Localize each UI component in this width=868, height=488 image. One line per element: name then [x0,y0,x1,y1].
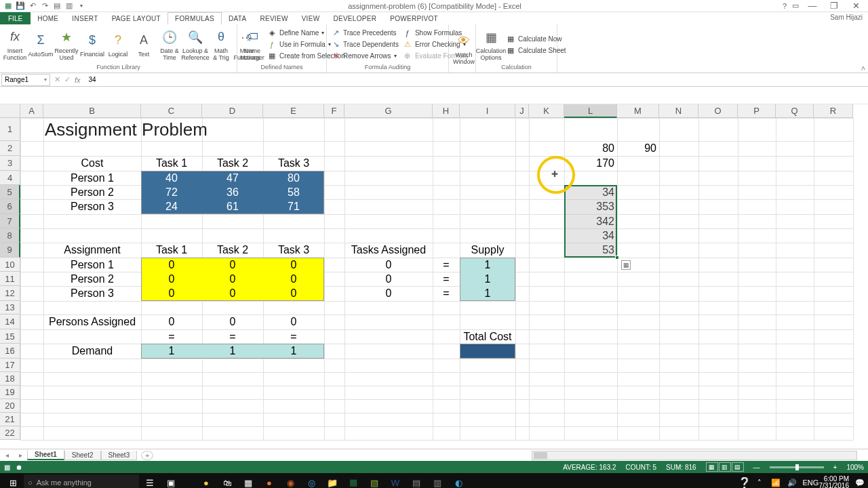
cell-L2[interactable]: 80 [564,141,617,156]
tasks-assigned-1[interactable]: 0 [344,258,433,272]
tray-volume-icon[interactable]: 🔊 [787,479,797,487]
logical-button[interactable]: ?Logical [106,30,130,60]
taskbar-explorer[interactable]: 📁 [322,474,342,488]
tab-formulas[interactable]: FORMULAS [167,12,222,24]
tab-home[interactable]: HOME [31,12,65,24]
row-header-11[interactable]: 11 [0,272,20,286]
worksheet-grid[interactable]: ABCDEFGHIJKLMNOPQR1234567891011121314151… [0,104,868,449]
cost-2-2[interactable]: 36 [202,185,263,199]
assign-task-h3[interactable]: Task 3 [263,243,324,258]
financial-button[interactable]: $Financial [80,30,104,60]
tasks-assigned-3[interactable]: 0 [344,286,433,301]
zoom-slider[interactable] [770,466,824,468]
persons-assigned-label[interactable]: Persons Assigned [43,314,141,329]
col-header-H[interactable]: H [433,104,460,118]
assign-person-2[interactable]: Person 2 [43,272,141,286]
tab-review[interactable]: REVIEW [253,12,294,24]
demand-label[interactable]: Demand [43,344,141,359]
calculate-now-button[interactable]: ▦Calculate Now [505,33,568,44]
row-header-21[interactable]: 21 [0,413,20,426]
assign-2-2[interactable]: 0 [202,272,263,286]
qat-dropdown[interactable]: ▾ [76,1,87,12]
cell-M2[interactable]: 90 [617,141,659,156]
assign-3-3[interactable]: 0 [263,286,324,301]
tasks-assigned-label[interactable]: Tasks Assigned [344,243,433,258]
taskbar-app-10[interactable]: ▤ [406,474,427,488]
cost-label[interactable]: Cost [43,156,141,171]
taskbar-firefox[interactable]: ● [259,474,279,488]
cost-person-3[interactable]: Person 3 [43,199,141,214]
insert-function-button[interactable]: fxInsert Function [3,26,27,63]
eq-demand-2[interactable]: = [202,329,263,344]
fill-handle[interactable] [615,256,619,260]
taskbar-app-12[interactable]: ◐ [448,474,469,488]
row-header-6[interactable]: 6 [0,199,20,214]
tab-data[interactable]: DATA [222,12,253,24]
col-header-P[interactable]: P [738,104,776,118]
sheet-nav-next[interactable]: ▸ [14,451,27,459]
assign-1-1[interactable]: 0 [141,258,202,272]
view-page-layout-button[interactable]: ▥ [719,462,731,472]
sheet-tab-2[interactable]: Sheet2 [64,451,101,460]
calculation-options-button[interactable]: ▦Calculation Options [479,26,503,63]
eq-supply-1[interactable]: = [433,258,460,272]
demand-3[interactable]: 1 [263,344,324,359]
cost-3-3[interactable]: 71 [263,199,324,214]
row-header-12[interactable]: 12 [0,286,20,301]
col-header-B[interactable]: B [43,104,141,118]
sheet-tab-3[interactable]: Sheet3 [101,451,138,460]
supply-2[interactable]: 1 [460,272,515,286]
undo-icon[interactable]: ↶ [27,1,38,12]
row-header-20[interactable]: 20 [0,399,20,413]
formula-bar[interactable]: 34 [85,76,868,83]
row-header-10[interactable]: 10 [0,258,20,272]
col-header-G[interactable]: G [344,104,433,118]
row-header-9[interactable]: 9 [0,243,20,258]
text-button[interactable]: AText [132,30,156,60]
tab-insert[interactable]: INSERT [65,12,104,24]
taskbar-calendar[interactable]: ▦ [238,474,258,488]
col-header-O[interactable]: O [698,104,738,118]
taskbar-excel[interactable]: ▦ [343,474,363,488]
tab-page-layout[interactable]: PAGE LAYOUT [105,12,167,24]
cost-1-2[interactable]: 47 [202,171,263,185]
view-page-break-button[interactable]: ▤ [732,462,744,472]
help-icon[interactable]: ? [783,2,787,10]
tray-lang[interactable]: ENG [803,479,814,487]
cost-person-1[interactable]: Person 1 [43,171,141,185]
cost-2-3[interactable]: 58 [263,185,324,199]
col-header-K[interactable]: K [529,104,564,118]
total-cost-label[interactable]: Total Cost [460,329,515,344]
cost-task-h1[interactable]: Task 1 [141,156,202,171]
remove-arrows-button[interactable]: ✕Remove Arrows▾ [330,51,400,62]
row-header-22[interactable]: 22 [0,426,20,440]
demand-1[interactable]: 1 [141,344,202,359]
tab-view[interactable]: VIEW [295,12,327,24]
total-cost-cell[interactable] [460,344,515,359]
eq-demand-1[interactable]: = [141,329,202,344]
autofill-options-button[interactable]: ▦ [621,260,631,270]
assign-2-1[interactable]: 0 [141,272,202,286]
zoom-out-button[interactable]: — [753,464,760,471]
row-header-15[interactable]: 15 [0,329,20,344]
namebox-dropdown-icon[interactable]: ▾ [44,77,47,83]
eq-supply-2[interactable]: = [433,272,460,286]
cancel-formula-icon[interactable]: ✕ [54,75,60,84]
assign-label[interactable]: Assignment [43,243,141,258]
qat-btn-2[interactable]: ▥ [64,1,75,12]
action-center-icon[interactable]: 💬 [854,479,865,487]
col-header-D[interactable]: D [202,104,263,118]
name-box[interactable]: Range1▾ [1,74,50,86]
view-normal-button[interactable]: ▦ [706,462,718,472]
persons-assigned-1[interactable]: 0 [141,314,202,329]
row-header-17[interactable]: 17 [0,359,20,372]
assign-person-1[interactable]: Person 1 [43,258,141,272]
help-tray-icon[interactable]: ❔ [738,476,749,489]
cost-3-1[interactable]: 24 [141,199,202,214]
row-header-5[interactable]: 5 [0,185,20,199]
col-header-R[interactable]: R [814,104,853,118]
assign-task-h2[interactable]: Task 2 [202,243,263,258]
tray-chevron-icon[interactable]: ˄ [754,479,765,487]
taskbar-word[interactable]: W [385,474,406,488]
select-all-corner[interactable] [0,104,20,118]
